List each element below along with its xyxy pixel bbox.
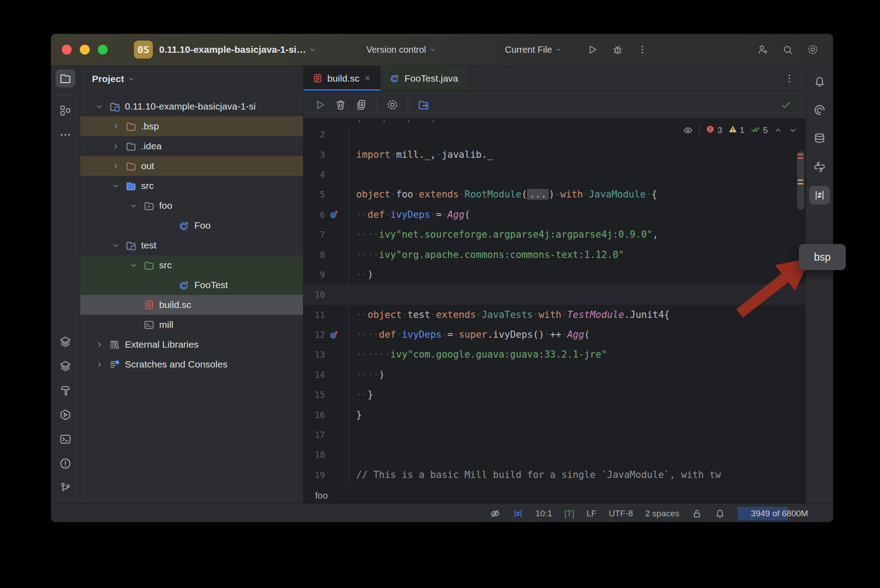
status-lock-button[interactable]	[692, 508, 702, 519]
editor-area: build.scFooTest.java '''' 3 1	[303, 66, 806, 503]
rail-button-bsp[interactable]	[809, 186, 830, 205]
line-number: 11	[303, 310, 325, 320]
version-control-menu[interactable]: Version control	[367, 45, 436, 55]
error-stripe-mark[interactable]	[798, 154, 803, 155]
run-configuration-menu[interactable]: Current File	[505, 45, 562, 55]
rail-button-problems[interactable]	[55, 455, 75, 473]
tree-item-src[interactable]: src	[80, 176, 303, 196]
tree-item-root[interactable]: 0.11.10-example-basicjava-1-si	[80, 96, 303, 116]
more-actions-button[interactable]	[637, 44, 648, 55]
override-gutter-icon[interactable]	[329, 330, 341, 340]
tree-item-scratches[interactable]: Scratches and Consoles	[80, 354, 303, 374]
search-button[interactable]	[782, 44, 793, 55]
status-notifications-button[interactable]	[715, 508, 725, 519]
gutter: 18	[303, 445, 349, 464]
breadcrumb[interactable]: foo	[303, 488, 806, 503]
status-file-type[interactable]: [T]	[564, 509, 574, 519]
project-panel-header[interactable]: Project	[80, 66, 303, 92]
tree-item-mill[interactable]: mill	[80, 315, 303, 335]
rail-button-layers-2[interactable]	[55, 357, 75, 375]
next-problem-button[interactable]	[788, 126, 798, 135]
rail-button-python-packages[interactable]	[809, 157, 830, 176]
warning-stripe-mark[interactable]	[798, 179, 803, 181]
line-number: 13	[303, 349, 325, 359]
tree-item-build-sc[interactable]: build.sc	[80, 295, 303, 315]
gutter: 19	[303, 465, 349, 485]
chevron-down-icon[interactable]	[128, 202, 139, 210]
toolbar-button-open-in[interactable]	[414, 96, 432, 113]
debug-button[interactable]	[612, 44, 623, 55]
tree-item-test-src[interactable]: src	[80, 255, 303, 275]
rail-button-project[interactable]	[55, 69, 75, 87]
code-editor[interactable]: '''' 3 1 5	[303, 119, 806, 488]
tab-list-menu-button[interactable]	[784, 73, 795, 84]
code-line-19: 19// This is a basic Mill build for a si…	[303, 465, 806, 485]
rail-button-terminal[interactable]	[55, 430, 75, 448]
line-number: 19	[303, 470, 325, 480]
warning-count[interactable]: 1	[728, 124, 745, 136]
inspections-widget[interactable]: 3 1 5	[683, 124, 798, 137]
rail-button-build[interactable]	[55, 381, 75, 400]
tree-item-bsp[interactable]: .bsp	[80, 116, 303, 136]
rail-button-more[interactable]	[55, 126, 75, 144]
run-button[interactable]	[587, 44, 598, 55]
tree-item-footest-class[interactable]: FooTest	[80, 275, 303, 295]
chevron-down-icon[interactable]	[94, 102, 105, 111]
status-bsp-sync-button[interactable]	[513, 508, 523, 519]
chevron-down-icon[interactable]	[110, 182, 121, 190]
rail-button-structure[interactable]	[55, 101, 75, 119]
tree-item-idea[interactable]: .idea	[80, 136, 303, 156]
terminal-icon	[143, 319, 155, 331]
project-switcher[interactable]: 0.11.10-example-basicjava-1-si…	[159, 44, 316, 55]
status-caret-position[interactable]: 10:1	[536, 509, 552, 519]
status-line-separator[interactable]: LF	[587, 509, 596, 519]
toolbar-button-copy[interactable]	[352, 96, 370, 113]
tree-item-foo-class[interactable]: Foo	[80, 216, 303, 235]
toolbar-button-delete[interactable]	[331, 96, 349, 113]
toolbar-button-settings[interactable]	[383, 96, 401, 113]
status-encoding[interactable]: UTF-8	[609, 509, 633, 519]
chevron-right-icon[interactable]	[110, 122, 121, 131]
passed-count[interactable]: 5	[750, 124, 768, 137]
chevron-down-icon[interactable]	[110, 241, 121, 250]
tree-item-test[interactable]: test	[80, 235, 303, 255]
tree-item-foo[interactable]: foo	[80, 196, 303, 216]
status-indent[interactable]: 2 spaces	[645, 509, 679, 519]
minimize-window-button[interactable]	[80, 45, 90, 55]
add-user-button[interactable]	[757, 44, 769, 55]
rail-button-version-control[interactable]	[55, 479, 75, 497]
rail-button-layers[interactable]	[55, 333, 75, 351]
tree-item-external-libraries[interactable]: External Libraries	[80, 335, 303, 354]
error-stripe-mark[interactable]	[798, 157, 803, 159]
rail-button-database[interactable]	[809, 129, 830, 148]
close-window-button[interactable]	[62, 45, 72, 55]
rail-button-services[interactable]	[55, 406, 75, 424]
zoom-window-button[interactable]	[98, 45, 108, 55]
chevron-right-icon[interactable]	[94, 360, 105, 369]
gutter: 14	[303, 365, 349, 385]
toolbar-button-run[interactable]	[311, 96, 329, 113]
error-icon	[706, 124, 715, 136]
memory-indicator[interactable]: 3949 of 6800M	[738, 507, 821, 520]
tab-footest-java[interactable]: FooTest.java	[380, 66, 467, 91]
chevron-down-icon[interactable]	[128, 261, 139, 270]
error-count[interactable]: 3	[706, 124, 722, 136]
chevron-right-icon[interactable]	[94, 340, 105, 349]
warning-stripe-mark[interactable]	[798, 183, 803, 184]
rail-button-notifications[interactable]	[809, 72, 830, 91]
line-number: 3	[303, 150, 325, 160]
chevron-right-icon[interactable]	[110, 142, 121, 151]
tree-item-label: foo	[159, 200, 172, 211]
code-text: ··def·ivyDeps·=·Agg(	[349, 209, 806, 220]
settings-button[interactable]	[807, 44, 819, 55]
tab-build-sc[interactable]: build.sc	[303, 66, 380, 91]
rail-button-ai-assistant[interactable]	[809, 101, 830, 119]
status-reader-mode-button[interactable]	[490, 508, 500, 519]
previous-problem-button[interactable]	[774, 126, 783, 135]
override-gutter-icon[interactable]	[329, 209, 341, 220]
highlighting-eye-icon[interactable]	[683, 125, 693, 136]
tree-item-label: Scratches and Consoles	[125, 359, 228, 370]
tree-item-out[interactable]: out	[80, 156, 303, 176]
close-icon[interactable]	[364, 74, 371, 82]
chevron-right-icon[interactable]	[110, 162, 121, 170]
